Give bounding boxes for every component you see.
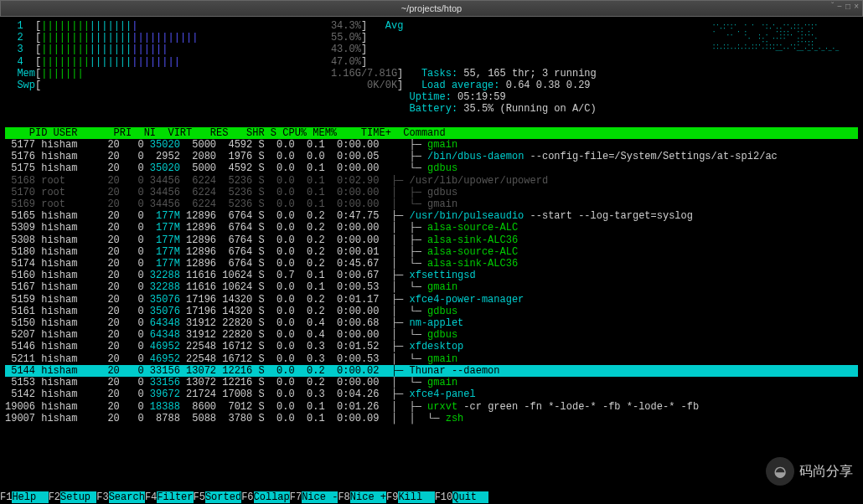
process-row[interactable]: 5167 hisham 20 0 32288 11616 10624 S 0.0… bbox=[5, 281, 858, 293]
process-row[interactable]: 5177 hisham 20 0 35020 5000 4592 S 0.0 0… bbox=[5, 139, 858, 151]
process-row[interactable]: 5309 hisham 20 0 177M 12896 6764 S 0.0 0… bbox=[5, 222, 858, 234]
process-row[interactable]: 19006 hisham 20 0 18388 8600 7012 S 0.0 … bbox=[5, 401, 858, 413]
process-row[interactable]: 5161 hisham 20 0 35076 17196 14320 S 0.0… bbox=[5, 306, 858, 317]
process-row[interactable]: 5160 hisham 20 0 32288 11616 10624 S 0.7… bbox=[5, 270, 858, 281]
process-row[interactable]: 5142 hisham 20 0 39672 21724 17008 S 0.0… bbox=[5, 388, 858, 400]
process-row[interactable]: 5207 hisham 20 0 64348 31912 22820 S 0.0… bbox=[5, 329, 858, 341]
process-row[interactable]: 5176 hisham 20 0 2952 2080 1976 S 0.0 0.… bbox=[5, 151, 858, 162]
process-row[interactable]: 5211 hisham 20 0 46952 22548 16712 S 0.0… bbox=[5, 353, 858, 365]
process-row[interactable]: 5159 hisham 20 0 35076 17196 14320 S 0.0… bbox=[5, 294, 858, 306]
process-table-header[interactable]: PID USER PRI NI VIRT RES SHR S CPU% MEM%… bbox=[5, 127, 858, 139]
process-row[interactable]: 5308 hisham 20 0 177M 12896 6764 S 0.0 0… bbox=[5, 234, 858, 246]
process-row[interactable]: 19007 hisham 20 0 8788 5088 3780 S 0.0 0… bbox=[5, 413, 858, 424]
process-row[interactable]: 5174 hisham 20 0 177M 12896 6764 S 0.0 0… bbox=[5, 258, 858, 270]
avg-graph: ·· ···· · · ·· · ·· ·· ···· ·· · ·· ·· ·… bbox=[712, 20, 855, 70]
window-close-icon[interactable]: × bbox=[854, 2, 859, 11]
process-row[interactable]: 5146 hisham 20 0 46952 22548 16712 S 0.0… bbox=[5, 341, 858, 352]
function-key-bar[interactable]: F1Help F2Setup F3SearchF4FilterF5SortedF… bbox=[0, 491, 863, 504]
process-row[interactable]: 5180 hisham 20 0 177M 12896 6764 S 0.0 0… bbox=[5, 246, 858, 258]
process-row[interactable]: 5175 hisham 20 0 35020 5000 4592 S 0.0 0… bbox=[5, 162, 858, 174]
process-row[interactable]: 5170 root 20 0 34456 6224 5236 S 0.0 0.1… bbox=[5, 187, 858, 198]
window-minimize-icon[interactable]: − bbox=[837, 2, 842, 11]
watermark-text: 码尚分享 bbox=[799, 463, 853, 481]
watermark: ◒ 码尚分享 bbox=[766, 457, 853, 486]
process-row[interactable]: 5153 hisham 20 0 33156 13072 12216 S 0.0… bbox=[5, 377, 858, 388]
process-row[interactable]: 5169 root 20 0 34456 6224 5236 S 0.0 0.1… bbox=[5, 198, 858, 210]
window-titlebar: ~/projects/htop ˇ − □ × bbox=[0, 0, 863, 17]
process-row[interactable]: 5150 hisham 20 0 64348 31912 22820 S 0.0… bbox=[5, 317, 858, 329]
window-maximize-icon[interactable]: □ bbox=[845, 2, 850, 11]
process-row[interactable]: 5168 root 20 0 34456 6224 5236 S 0.0 0.1… bbox=[5, 175, 858, 187]
window-up-icon[interactable]: ˇ bbox=[831, 2, 834, 11]
terminal-viewport: 1 [|||||||||||||||| 34.3%] Avg 2 [||||||… bbox=[0, 17, 863, 491]
wechat-icon: ◒ bbox=[766, 457, 794, 486]
window-title: ~/projects/htop bbox=[401, 3, 462, 13]
process-row[interactable]: 5165 hisham 20 0 177M 12896 6764 S 0.0 0… bbox=[5, 210, 858, 222]
process-row[interactable]: 5144 hisham 20 0 33156 13072 12216 S 0.0… bbox=[5, 365, 858, 377]
